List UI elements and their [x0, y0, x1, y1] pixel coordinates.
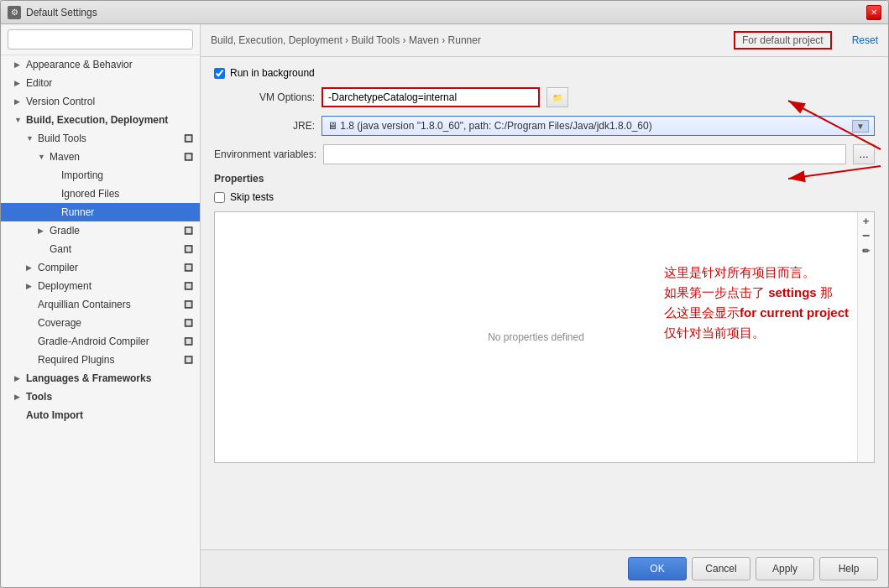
reset-link[interactable]: Reset	[852, 34, 878, 46]
jre-select-text: 🖥 1.8 (java version "1.8.0_60", path: C:…	[327, 120, 652, 132]
sidebar-item-gradle-android[interactable]: Gradle-Android Compiler 🔲	[1, 332, 200, 351]
sidebar-item-runner[interactable]: Runner	[1, 203, 200, 221]
main-content: Run in background VM Options: 📁 JRE: 🖥 1…	[201, 57, 888, 549]
sidebar-item-editor[interactable]: ▶ Editor	[1, 74, 200, 92]
sidebar-item-auto-import[interactable]: Auto Import	[1, 406, 200, 424]
sidebar-item-label: Ignored Files	[61, 188, 193, 200]
breadcrumb: Build, Execution, Deployment › Build Too…	[211, 34, 481, 46]
page-icon: 🔲	[184, 226, 193, 235]
sidebar-item-languages[interactable]: ▶ Languages & Frameworks	[1, 369, 200, 388]
sidebar-item-coverage[interactable]: Coverage 🔲	[1, 314, 200, 332]
properties-section-title: Properties	[214, 173, 875, 185]
ok-button[interactable]: OK	[628, 557, 687, 580]
footer: OK Cancel Apply Help	[201, 549, 888, 587]
run-in-background-row: Run in background	[214, 67, 875, 79]
sidebar-item-label: Gant	[50, 243, 180, 255]
vm-options-browse-button[interactable]: 📁	[546, 87, 568, 107]
sidebar-item-label: Languages & Frameworks	[26, 372, 193, 384]
sidebar-item-label: Tools	[26, 391, 193, 403]
sidebar-item-label: Build, Execution, Deployment	[26, 114, 193, 126]
sidebar-item-build-execution[interactable]: ▼ Build, Execution, Deployment	[1, 111, 200, 129]
jre-label: JRE:	[214, 120, 315, 132]
edit-property-button[interactable]: ✏	[860, 244, 873, 258]
sidebar-item-label: Build Tools	[38, 133, 180, 144]
sidebar-item-label: Deployment	[38, 280, 180, 292]
sidebar-item-label: Required Plugins	[38, 354, 180, 366]
search-input[interactable]	[8, 29, 193, 49]
no-properties-label: No properties defined	[488, 331, 584, 343]
jre-select[interactable]: 🖥 1.8 (java version "1.8.0_60", path: C:…	[322, 116, 875, 136]
page-icon: 🔲	[184, 300, 193, 309]
skip-tests-label: Skip tests	[230, 191, 274, 203]
jre-row: JRE: 🖥 1.8 (java version "1.8.0_60", pat…	[214, 116, 875, 136]
jre-dropdown-icon: ▼	[852, 120, 869, 133]
sidebar-item-compiler[interactable]: ▶ Compiler 🔲	[1, 258, 200, 277]
sidebar-item-label: Compiler	[38, 262, 180, 273]
page-icon: 🔲	[184, 153, 193, 161]
arrow-icon: ▶	[14, 97, 26, 106]
cancel-button[interactable]: Cancel	[692, 557, 750, 580]
sidebar-item-gant[interactable]: Gant 🔲	[1, 240, 200, 258]
page-icon: 🔲	[184, 356, 193, 364]
app-icon: ⚙	[8, 6, 21, 19]
sidebar-item-label: Gradle-Android Compiler	[38, 336, 180, 347]
sidebar-item-deployment[interactable]: ▶ Deployment 🔲	[1, 277, 200, 295]
apply-button[interactable]: Apply	[756, 557, 814, 580]
main-header: Build, Execution, Deployment › Build Too…	[201, 24, 888, 57]
sidebar-item-maven[interactable]: ▼ Maven 🔲	[1, 148, 200, 166]
run-in-background-label: Run in background	[230, 67, 315, 79]
arrow-icon: ▼	[26, 134, 38, 143]
arrow-icon: ▶	[38, 226, 50, 235]
properties-content: No properties defined	[215, 212, 857, 462]
main-panel: Build, Execution, Deployment › Build Too…	[201, 24, 888, 587]
page-icon: 🔲	[184, 134, 193, 143]
sidebar-item-ignored-files[interactable]: Ignored Files	[1, 185, 200, 203]
skip-tests-checkbox[interactable]	[214, 192, 225, 203]
sidebar-item-version-control[interactable]: ▶ Version Control	[1, 92, 200, 111]
arrow-icon: ▶	[14, 79, 26, 87]
sidebar: ▶ Appearance & Behavior ▶ Editor ▶ Versi…	[1, 24, 201, 587]
page-icon: 🔲	[184, 282, 193, 290]
title-bar: ⚙ Default Settings ✕	[1, 1, 888, 24]
vm-options-input[interactable]	[322, 87, 540, 107]
properties-area: No properties defined + − ✏ 这里是针对所有项目而言。…	[214, 211, 875, 463]
arrow-icon: ▶	[14, 60, 26, 69]
content-area: ▶ Appearance & Behavior ▶ Editor ▶ Versi…	[1, 24, 888, 587]
sidebar-item-label: Editor	[26, 77, 193, 89]
properties-sidebar: + − ✏	[857, 212, 874, 462]
for-default-badge: For default project	[734, 31, 832, 49]
run-in-background-checkbox[interactable]	[214, 68, 225, 79]
page-icon: 🔲	[184, 319, 193, 327]
env-variables-input-area	[323, 144, 846, 164]
sidebar-item-label: Arquillian Containers	[38, 299, 180, 310]
sidebar-item-required-plugins[interactable]: Required Plugins 🔲	[1, 351, 200, 369]
vm-options-label: VM Options:	[214, 91, 315, 103]
page-icon: 🔲	[184, 263, 193, 272]
page-icon: 🔲	[184, 337, 193, 346]
remove-property-button[interactable]: −	[860, 229, 873, 242]
sidebar-item-label: Maven	[50, 151, 180, 163]
arrow-icon: ▶	[14, 393, 26, 401]
main-window: ⚙ Default Settings ✕ ▶ Appearance & Beha…	[0, 0, 889, 588]
sidebar-item-importing[interactable]: Importing	[1, 166, 200, 185]
sidebar-item-tools[interactable]: ▶ Tools	[1, 388, 200, 406]
sidebar-item-label: Importing	[61, 169, 193, 181]
env-variables-edit-button[interactable]: …	[853, 144, 875, 164]
sidebar-item-arquillian[interactable]: Arquillian Containers 🔲	[1, 295, 200, 314]
skip-tests-row: Skip tests	[214, 191, 875, 203]
close-button[interactable]: ✕	[866, 5, 881, 20]
page-icon: 🔲	[184, 245, 193, 253]
title-bar-left: ⚙ Default Settings	[8, 6, 97, 19]
help-button[interactable]: Help	[819, 557, 878, 580]
sidebar-item-label: Coverage	[38, 317, 180, 329]
arrow-icon: ▶	[26, 263, 38, 272]
sidebar-item-gradle[interactable]: ▶ Gradle 🔲	[1, 221, 200, 240]
sidebar-item-label: Gradle	[50, 225, 180, 237]
sidebar-item-build-tools[interactable]: ▼ Build Tools 🔲	[1, 129, 200, 148]
add-property-button[interactable]: +	[860, 214, 873, 227]
sidebar-item-appearance[interactable]: ▶ Appearance & Behavior	[1, 55, 200, 74]
arrow-icon: ▶	[26, 282, 38, 290]
window-controls: ✕	[866, 5, 881, 20]
arrow-icon: ▼	[38, 153, 50, 161]
env-variables-row: Environment variables: …	[214, 144, 875, 164]
